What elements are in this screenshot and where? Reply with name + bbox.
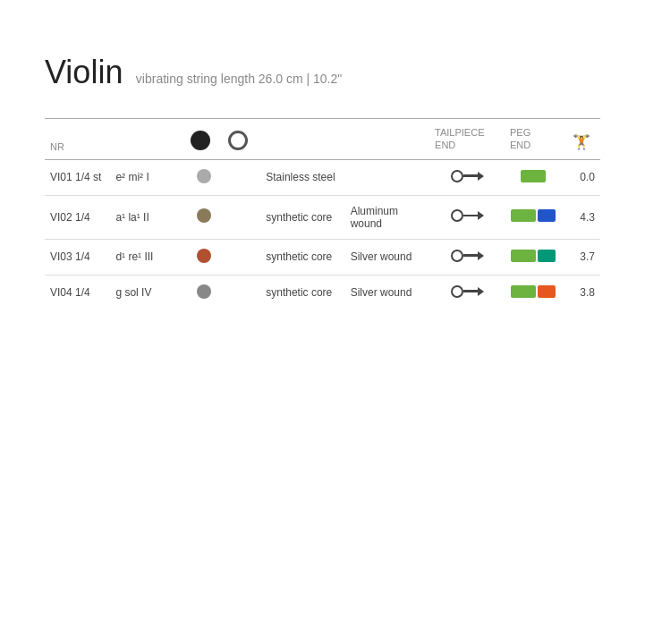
swatch-green (511, 209, 536, 222)
filled-circle-icon (191, 131, 210, 150)
cell-note: d¹ re¹ III (110, 239, 185, 275)
cell-nr: VI01 1/4 st (45, 159, 110, 195)
page-container: Violin vibrating string length 26.0 cm |… (0, 0, 645, 346)
col-header-weight: 🏋 (563, 119, 600, 160)
tailpiece-indicator (451, 170, 484, 182)
cell-tailpiece (429, 159, 505, 195)
cell-note: e² mi² I (110, 159, 185, 195)
cell-wound-icon (223, 239, 260, 275)
open-circle-icon (228, 131, 248, 150)
col-header-tailpiece: TAILPIECEEND (429, 119, 505, 160)
swatch-group (511, 250, 556, 262)
table-row: VI01 1/4 ste² mi² IStainless steel 0.0 (45, 159, 600, 195)
col-header-note (110, 119, 185, 160)
cell-wound-text: Silver wound (345, 275, 429, 310)
tail-arrow-icon (478, 251, 484, 260)
weight-icon: 🏋 (573, 133, 590, 150)
col-header-wound-icon (223, 119, 260, 160)
page-title: Violin (45, 54, 123, 90)
cell-nr: VI02 1/4 (45, 195, 110, 239)
cell-tailpiece (429, 195, 505, 239)
swatch-color2 (538, 250, 556, 262)
tail-line-icon (463, 215, 478, 217)
string-dot (197, 208, 211, 223)
swatch-group (511, 209, 556, 222)
string-dot (197, 169, 211, 183)
table-row: VI04 1/4g sol IVsynthetic coreSilver wou… (45, 275, 600, 310)
cell-wound-icon (223, 275, 260, 310)
cell-weight: 0.0 (563, 159, 600, 195)
cell-core-text: Stainless steel (260, 159, 344, 195)
tailpiece-indicator (451, 209, 484, 222)
col-header-core-text (260, 119, 344, 160)
title-section: Violin vibrating string length 26.0 cm |… (45, 54, 600, 91)
cell-peg (505, 275, 563, 310)
swatch-color2 (538, 209, 556, 222)
page-subtitle: vibrating string length 26.0 cm | 10.2" (136, 72, 342, 86)
tail-arrow-icon (478, 211, 484, 220)
cell-wound-icon (223, 195, 260, 239)
cell-core-text: synthetic core (260, 275, 344, 310)
col-header-core-icon (185, 119, 223, 160)
tail-line-icon (463, 174, 478, 177)
col-header-peg: PEGEND (505, 119, 563, 160)
cell-wound-icon (223, 159, 260, 195)
cell-tailpiece (429, 239, 505, 275)
cell-nr: VI03 1/4 (45, 239, 110, 275)
cell-nr: VI04 1/4 (45, 275, 110, 310)
cell-peg (505, 159, 563, 195)
cell-wound-text (345, 159, 429, 195)
tail-circle-icon (451, 285, 463, 298)
tailpiece-indicator (451, 250, 484, 262)
cell-note: a¹ la¹ II (110, 195, 185, 239)
swatch-green (511, 285, 536, 298)
cell-core-text: synthetic core (260, 239, 344, 275)
tail-line-icon (463, 290, 478, 292)
cell-weight: 3.8 (563, 275, 600, 310)
table-header-row: NR TAILPIECEEND PEGEND 🏋 (45, 119, 600, 160)
string-table: NR TAILPIECEEND PEGEND 🏋 (45, 118, 600, 310)
tail-circle-icon (451, 170, 463, 182)
tail-line-icon (463, 254, 478, 257)
string-dot (197, 284, 211, 299)
cell-core-icon (185, 159, 223, 195)
cell-core-icon (185, 195, 223, 239)
col-header-wound-text (345, 119, 429, 160)
cell-peg (505, 195, 563, 239)
tail-arrow-icon (478, 172, 484, 181)
cell-core-icon (185, 275, 223, 310)
string-dot (197, 249, 211, 263)
cell-core-text: synthetic core (260, 195, 344, 239)
cell-wound-text: Aluminum wound (345, 195, 429, 239)
tail-circle-icon (451, 250, 463, 262)
tail-arrow-icon (478, 287, 484, 296)
swatch-group (511, 285, 556, 298)
cell-tailpiece (429, 275, 505, 310)
swatch-green (521, 170, 546, 182)
cell-core-icon (185, 239, 223, 275)
tail-circle-icon (451, 209, 463, 222)
swatch-green (511, 250, 536, 262)
table-row: VI02 1/4a¹ la¹ IIsynthetic coreAluminum … (45, 195, 600, 239)
tailpiece-indicator (451, 285, 484, 298)
col-header-nr: NR (45, 119, 110, 160)
cell-peg (505, 239, 563, 275)
cell-weight: 4.3 (563, 195, 600, 239)
swatch-color2 (538, 285, 556, 298)
table-row: VI03 1/4d¹ re¹ IIIsynthetic coreSilver w… (45, 239, 600, 275)
cell-wound-text: Silver wound (345, 239, 429, 275)
cell-weight: 3.7 (563, 239, 600, 275)
swatch-group (521, 170, 546, 182)
cell-note: g sol IV (110, 275, 185, 310)
